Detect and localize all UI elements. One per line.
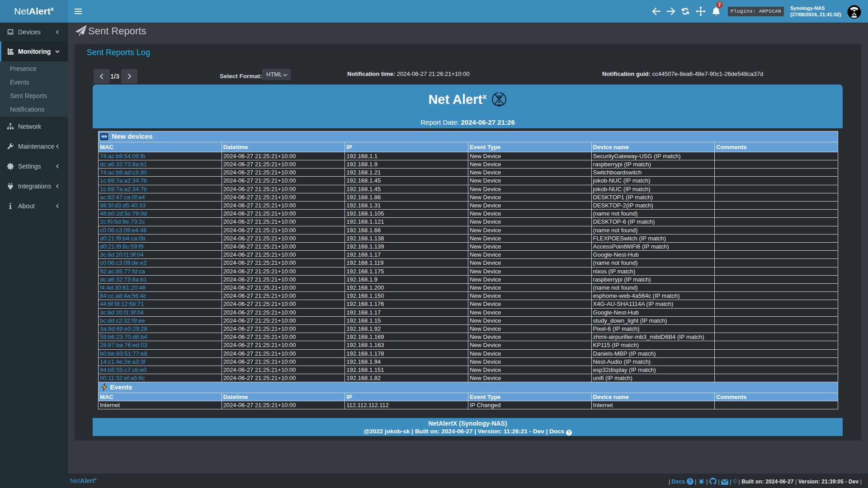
svg-text:?: ?	[689, 479, 691, 484]
